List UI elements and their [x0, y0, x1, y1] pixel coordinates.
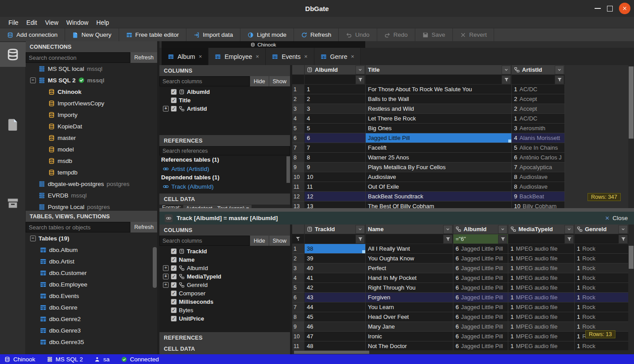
cell-media[interactable]: 1MPEG audio file	[508, 293, 575, 302]
cell-id[interactable]: 3	[305, 104, 366, 114]
cell-title[interactable]: Audioslave	[366, 172, 512, 182]
expander-icon[interactable]: +	[163, 265, 169, 271]
column-item-milliseconds[interactable]: ✓Milliseconds	[159, 298, 290, 306]
column-menu-button[interactable]	[555, 66, 564, 74]
filter-input-name[interactable]	[366, 234, 443, 244]
cell-album[interactable]: 6Jagged Little Pill	[453, 322, 508, 332]
cell-id[interactable]: 1	[305, 85, 366, 94]
column-item-name[interactable]: ✓Name	[159, 256, 290, 264]
minimize-button[interactable]	[595, 8, 601, 9]
menu-view[interactable]: View	[41, 17, 62, 28]
filter-input-artistid[interactable]	[512, 75, 555, 84]
cell-id[interactable]: 10	[305, 172, 366, 182]
cell-trackid[interactable]: 45	[305, 312, 366, 322]
cell-title[interactable]: The Best Of Billy Cobham	[366, 201, 512, 208]
track-grid-hscrollbar[interactable]	[292, 350, 628, 354]
column-menu-button[interactable]	[356, 225, 365, 234]
references-scrollbar[interactable]	[286, 156, 290, 183]
search-tables-input[interactable]	[26, 222, 130, 232]
cell-genre[interactable]: 1Rock	[575, 254, 629, 263]
filter-button[interactable]	[356, 235, 365, 244]
column-menu-button[interactable]	[356, 66, 365, 74]
cell-media[interactable]: 1MPEG audio file	[508, 254, 575, 263]
checkbox[interactable]: ✓	[171, 274, 177, 279]
column-menu-button[interactable]	[498, 225, 507, 234]
close-window-button[interactable]	[619, 3, 630, 14]
toolbar-add-connection-button[interactable]: Add connection	[0, 28, 65, 41]
column-header-name[interactable]: Name	[366, 225, 453, 234]
cell-trackid[interactable]: 47	[305, 332, 366, 341]
cell-title[interactable]: Restless and Wild	[366, 104, 512, 114]
album-grid-vscrollbar[interactable]	[628, 65, 634, 208]
menu-file[interactable]: File	[4, 17, 23, 28]
checkbox[interactable]: ✓	[171, 106, 177, 112]
column-header-artistid[interactable]: ArtistId	[512, 65, 565, 75]
cell-album[interactable]: 6Jagged Little Pill	[453, 293, 508, 302]
cell-name[interactable]: Right Through You	[366, 283, 453, 293]
cell-media[interactable]: 1MPEG audio file	[508, 302, 575, 312]
cell-artist[interactable]: 5Alice In Chains	[512, 143, 565, 153]
cell-name[interactable]: You Oughta Know	[366, 254, 453, 263]
cell-media[interactable]: 1MPEG audio file	[508, 312, 575, 322]
connection-item-evrdb[interactable]: EVRDBmssql	[26, 190, 157, 201]
checkbox[interactable]: ✓	[171, 299, 177, 305]
cell-album[interactable]: 6Jagged Little Pill	[453, 312, 508, 322]
cell-trackid[interactable]: 42	[305, 283, 366, 293]
filter-button[interactable]	[356, 75, 365, 84]
connection-item-importviewscopy[interactable]: ImportViewsCopy	[26, 97, 157, 109]
table-item-dbo-genre35[interactable]: dbo.Genre35	[26, 336, 157, 348]
column-header-trackid[interactable]: TrackId	[305, 225, 366, 234]
tab-close-icon[interactable]: ×	[199, 53, 202, 60]
connection-item-chinook[interactable]: Chinook	[26, 86, 157, 97]
cell-album[interactable]: 6Jagged Little Pill	[453, 341, 508, 351]
cell-album[interactable]: 6Jagged Little Pill	[453, 283, 508, 293]
strip-item-archive[interactable]	[0, 191, 26, 216]
table-item-dbo-genre2[interactable]: dbo.Genre2	[26, 313, 157, 325]
connection-item-dbgate-web-postgres[interactable]: dbgate-web-postgrespostgres	[26, 178, 157, 190]
toolbar-new-query-button[interactable]: New Query	[65, 28, 119, 41]
column-header-albumid[interactable]: AlbumId	[305, 65, 366, 75]
show-button[interactable]: Show	[269, 76, 290, 86]
column-item-composer[interactable]: ✓Composer	[159, 289, 290, 298]
table-item-dbo-employee[interactable]: dbo.Employee	[26, 279, 157, 290]
cell-name[interactable]: Perfect	[366, 263, 453, 273]
cell-genre[interactable]: 1Rock	[575, 263, 629, 273]
column-menu-button[interactable]	[502, 66, 511, 74]
status-sa[interactable]: sa	[94, 356, 109, 363]
status-connected[interactable]: Connected	[121, 356, 159, 363]
cell-title[interactable]: Big Ones	[366, 124, 512, 133]
connection-item-ms-sql-2[interactable]: −MS SQL 2mssql	[26, 74, 157, 86]
tab-close-icon[interactable]: ×	[256, 53, 259, 60]
strip-item-files[interactable]	[0, 112, 26, 137]
connection-item-model[interactable]: model	[26, 143, 157, 155]
cell-artist[interactable]: 8Audioslave	[512, 172, 565, 182]
filter-input-title[interactable]	[366, 75, 502, 84]
table-item-dbo-artist[interactable]: dbo.Artist	[26, 256, 157, 267]
cell-album[interactable]: 6Jagged Little Pill	[453, 254, 508, 263]
cell-title[interactable]: For Those About To Rock We Salute You	[366, 85, 512, 94]
connection-item-importy[interactable]: Importy	[26, 109, 157, 120]
cell-id[interactable]: 6	[305, 133, 366, 143]
cell-title[interactable]: Warner 25 Anos	[366, 153, 512, 163]
show-button[interactable]: Show	[269, 236, 290, 246]
table-item-dbo-customer[interactable]: dbo.Customer	[26, 267, 157, 279]
column-menu-button[interactable]	[619, 225, 628, 234]
table-item-dbo-events[interactable]: dbo.Events	[26, 290, 157, 302]
column-item-title[interactable]: ✓Title	[159, 96, 290, 105]
toolbar-import-data-button[interactable]: Import data	[186, 28, 240, 41]
tab-close-icon[interactable]: ×	[304, 53, 308, 60]
cell-artist[interactable]: 6Antônio Carlos J	[512, 153, 565, 163]
toolbar-refresh-button[interactable]: Refresh	[294, 28, 339, 41]
cell-media[interactable]: 1MPEG audio file	[508, 322, 575, 332]
cell-album[interactable]: 6Jagged Little Pill	[453, 273, 508, 283]
cell-artist[interactable]: 2Accept	[512, 94, 565, 104]
cell-id[interactable]: 2	[305, 94, 366, 104]
status-ms-sql-2[interactable]: MS SQL 2	[47, 356, 83, 363]
expander-icon[interactable]: +	[163, 106, 169, 112]
cell-artist[interactable]: 4Alanis Morissett	[512, 133, 565, 143]
tables-refresh-button[interactable]: Refresh	[130, 222, 157, 232]
column-menu-button[interactable]	[564, 225, 574, 234]
column-item-mediatypeid[interactable]: +✓MediaTypeId	[159, 272, 290, 281]
cell-name[interactable]: Not The Doctor	[366, 341, 453, 351]
cell-title[interactable]: Facelift	[366, 143, 512, 153]
